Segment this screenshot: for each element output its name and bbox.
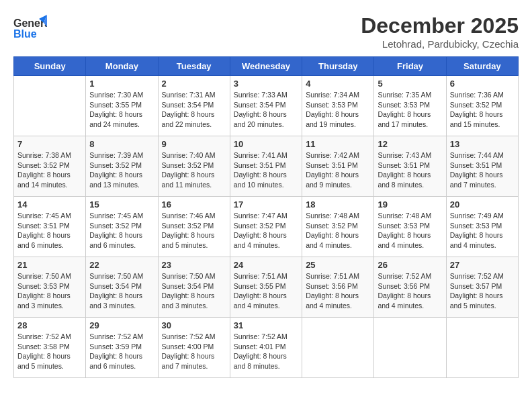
day-info: Sunrise: 7:36 AM Sunset: 3:52 PM Dayligh… <box>450 90 515 130</box>
title-block: December 2025 Letohrad, Pardubicky, Czec… <box>361 13 519 50</box>
calendar-day-cell: 12Sunrise: 7:43 AM Sunset: 3:51 PM Dayli… <box>374 136 446 197</box>
day-number: 22 <box>89 260 154 270</box>
calendar-day-cell: 4Sunrise: 7:34 AM Sunset: 3:53 PM Daylig… <box>302 76 374 136</box>
day-info: Sunrise: 7:49 AM Sunset: 3:53 PM Dayligh… <box>450 211 515 250</box>
calendar-weekday-header: Wednesday <box>230 57 302 76</box>
calendar-day-cell <box>14 76 86 136</box>
day-info: Sunrise: 7:52 AM Sunset: 4:00 PM Dayligh… <box>162 332 226 371</box>
day-number: 20 <box>450 199 515 210</box>
day-number: 10 <box>234 139 298 149</box>
day-number: 9 <box>162 139 226 149</box>
calendar-weekday-header: Tuesday <box>158 57 230 76</box>
calendar-day-cell: 22Sunrise: 7:50 AM Sunset: 3:54 PM Dayli… <box>86 257 158 318</box>
calendar-day-cell: 1Sunrise: 7:30 AM Sunset: 3:55 PM Daylig… <box>86 76 158 136</box>
calendar-day-cell: 10Sunrise: 7:41 AM Sunset: 3:51 PM Dayli… <box>230 136 302 197</box>
calendar-day-cell: 24Sunrise: 7:51 AM Sunset: 3:55 PM Dayli… <box>230 257 302 318</box>
calendar-day-cell: 17Sunrise: 7:47 AM Sunset: 3:52 PM Dayli… <box>230 197 302 257</box>
day-number: 27 <box>450 260 515 270</box>
svg-text:Blue: Blue <box>13 28 37 40</box>
calendar-day-cell: 15Sunrise: 7:45 AM Sunset: 3:52 PM Dayli… <box>86 197 158 257</box>
day-number: 12 <box>378 139 442 149</box>
day-number: 6 <box>450 79 515 89</box>
day-info: Sunrise: 7:38 AM Sunset: 3:52 PM Dayligh… <box>17 150 82 190</box>
calendar-weekday-header: Monday <box>86 57 158 76</box>
day-number: 5 <box>378 79 442 89</box>
day-info: Sunrise: 7:41 AM Sunset: 3:51 PM Dayligh… <box>234 150 298 190</box>
calendar-day-cell: 31Sunrise: 7:52 AM Sunset: 4:01 PM Dayli… <box>230 318 302 378</box>
day-number: 26 <box>378 260 442 270</box>
calendar-day-cell: 25Sunrise: 7:51 AM Sunset: 3:56 PM Dayli… <box>302 257 374 318</box>
month-title: December 2025 <box>361 13 519 38</box>
day-info: Sunrise: 7:48 AM Sunset: 3:52 PM Dayligh… <box>306 211 370 250</box>
calendar-day-cell: 5Sunrise: 7:35 AM Sunset: 3:53 PM Daylig… <box>374 76 446 136</box>
day-number: 13 <box>450 139 515 149</box>
day-info: Sunrise: 7:42 AM Sunset: 3:51 PM Dayligh… <box>306 150 370 190</box>
day-info: Sunrise: 7:44 AM Sunset: 3:51 PM Dayligh… <box>450 150 515 190</box>
logo: General Blue <box>13 13 47 44</box>
calendar-day-cell: 28Sunrise: 7:52 AM Sunset: 3:58 PM Dayli… <box>14 318 86 378</box>
day-info: Sunrise: 7:33 AM Sunset: 3:54 PM Dayligh… <box>234 90 298 130</box>
day-number: 15 <box>89 199 154 210</box>
calendar-body: 1Sunrise: 7:30 AM Sunset: 3:55 PM Daylig… <box>14 76 519 378</box>
day-number: 4 <box>306 79 370 89</box>
day-info: Sunrise: 7:52 AM Sunset: 3:59 PM Dayligh… <box>89 332 154 371</box>
day-number: 3 <box>234 79 298 89</box>
day-number: 30 <box>162 320 226 330</box>
day-info: Sunrise: 7:46 AM Sunset: 3:52 PM Dayligh… <box>162 211 226 250</box>
day-number: 17 <box>234 199 298 210</box>
day-number: 31 <box>234 320 298 330</box>
calendar-day-cell <box>302 318 374 378</box>
day-info: Sunrise: 7:47 AM Sunset: 3:52 PM Dayligh… <box>234 211 298 250</box>
day-info: Sunrise: 7:30 AM Sunset: 3:55 PM Dayligh… <box>89 90 154 130</box>
calendar-day-cell: 26Sunrise: 7:52 AM Sunset: 3:56 PM Dayli… <box>374 257 446 318</box>
day-info: Sunrise: 7:40 AM Sunset: 3:52 PM Dayligh… <box>162 150 226 190</box>
day-info: Sunrise: 7:31 AM Sunset: 3:54 PM Dayligh… <box>162 90 226 130</box>
calendar-weekday-header: Thursday <box>302 57 374 76</box>
day-number: 7 <box>17 139 82 149</box>
calendar-day-cell: 16Sunrise: 7:46 AM Sunset: 3:52 PM Dayli… <box>158 197 230 257</box>
calendar-day-cell: 13Sunrise: 7:44 AM Sunset: 3:51 PM Dayli… <box>446 136 518 197</box>
calendar-day-cell: 6Sunrise: 7:36 AM Sunset: 3:52 PM Daylig… <box>446 76 518 136</box>
calendar-week-row: 21Sunrise: 7:50 AM Sunset: 3:53 PM Dayli… <box>14 257 519 318</box>
calendar-day-cell <box>446 318 518 378</box>
calendar-week-row: 1Sunrise: 7:30 AM Sunset: 3:55 PM Daylig… <box>14 76 519 136</box>
page-header: General Blue December 2025 Letohrad, Par… <box>13 13 519 50</box>
day-number: 8 <box>89 139 154 149</box>
calendar-day-cell: 21Sunrise: 7:50 AM Sunset: 3:53 PM Dayli… <box>14 257 86 318</box>
calendar-day-cell: 14Sunrise: 7:45 AM Sunset: 3:51 PM Dayli… <box>14 197 86 257</box>
day-info: Sunrise: 7:52 AM Sunset: 3:57 PM Dayligh… <box>450 271 515 311</box>
day-number: 28 <box>17 320 82 330</box>
calendar-day-cell: 2Sunrise: 7:31 AM Sunset: 3:54 PM Daylig… <box>158 76 230 136</box>
calendar-day-cell: 7Sunrise: 7:38 AM Sunset: 3:52 PM Daylig… <box>14 136 86 197</box>
calendar-day-cell: 29Sunrise: 7:52 AM Sunset: 3:59 PM Dayli… <box>86 318 158 378</box>
day-number: 2 <box>162 79 226 89</box>
day-info: Sunrise: 7:52 AM Sunset: 4:01 PM Dayligh… <box>234 332 298 371</box>
day-number: 18 <box>306 199 370 210</box>
day-number: 21 <box>17 260 82 270</box>
day-number: 11 <box>306 139 370 149</box>
day-info: Sunrise: 7:51 AM Sunset: 3:56 PM Dayligh… <box>306 271 370 311</box>
day-number: 29 <box>89 320 154 330</box>
calendar-day-cell: 23Sunrise: 7:50 AM Sunset: 3:54 PM Dayli… <box>158 257 230 318</box>
day-info: Sunrise: 7:48 AM Sunset: 3:53 PM Dayligh… <box>378 211 442 250</box>
day-info: Sunrise: 7:50 AM Sunset: 3:54 PM Dayligh… <box>162 271 226 311</box>
day-number: 14 <box>17 199 82 210</box>
day-number: 25 <box>306 260 370 270</box>
day-info: Sunrise: 7:39 AM Sunset: 3:52 PM Dayligh… <box>89 150 154 190</box>
day-number: 23 <box>162 260 226 270</box>
calendar-weekday-header: Saturday <box>446 57 518 76</box>
calendar-header-row: SundayMondayTuesdayWednesdayThursdayFrid… <box>14 57 519 76</box>
calendar-week-row: 14Sunrise: 7:45 AM Sunset: 3:51 PM Dayli… <box>14 197 519 257</box>
calendar-day-cell: 18Sunrise: 7:48 AM Sunset: 3:52 PM Dayli… <box>302 197 374 257</box>
day-info: Sunrise: 7:51 AM Sunset: 3:55 PM Dayligh… <box>234 271 298 311</box>
calendar-table: SundayMondayTuesdayWednesdayThursdayFrid… <box>13 56 519 378</box>
location: Letohrad, Pardubicky, Czechia <box>361 38 519 50</box>
calendar-week-row: 7Sunrise: 7:38 AM Sunset: 3:52 PM Daylig… <box>14 136 519 197</box>
calendar-week-row: 28Sunrise: 7:52 AM Sunset: 3:58 PM Dayli… <box>14 318 519 378</box>
calendar-day-cell: 3Sunrise: 7:33 AM Sunset: 3:54 PM Daylig… <box>230 76 302 136</box>
calendar-day-cell: 11Sunrise: 7:42 AM Sunset: 3:51 PM Dayli… <box>302 136 374 197</box>
calendar-day-cell: 9Sunrise: 7:40 AM Sunset: 3:52 PM Daylig… <box>158 136 230 197</box>
day-number: 1 <box>89 79 154 89</box>
day-info: Sunrise: 7:52 AM Sunset: 3:56 PM Dayligh… <box>378 271 442 311</box>
day-info: Sunrise: 7:45 AM Sunset: 3:51 PM Dayligh… <box>17 211 82 250</box>
